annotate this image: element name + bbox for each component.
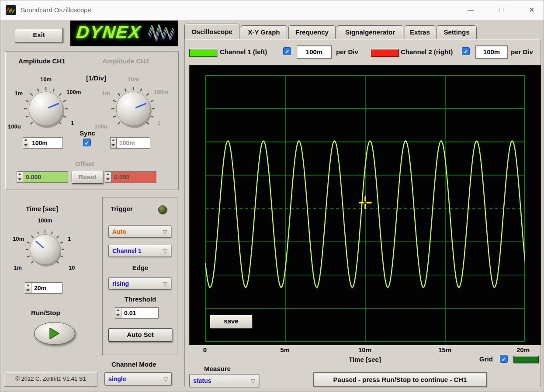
threshold-value[interactable]: 0.01 (121, 307, 159, 319)
spinner-up-icon[interactable] (23, 138, 29, 143)
spinner-down-icon[interactable] (111, 143, 116, 148)
amplitude-panel: Amplitude CH1 Amplitude CH2 [1/Div] 10m … (5, 51, 179, 190)
tab-frequency[interactable]: Frequency (288, 25, 336, 39)
measure-dropdown[interactable]: status ▽ (189, 374, 259, 387)
maximize-icon[interactable]: □ (491, 0, 511, 20)
ch2-amplitude-knob[interactable] (111, 86, 156, 132)
titlebar: Soundcard Oszilloscope — □ ✕ (0, 0, 544, 20)
ch1-per-div-field[interactable]: 100m (297, 45, 332, 59)
threshold-spinner[interactable]: 0.01 (115, 307, 159, 319)
trigger-edge-dropdown[interactable]: rising ▽ (108, 278, 171, 290)
chevron-down-icon: ▽ (163, 229, 167, 235)
tab-signalgenerator[interactable]: Signalgenerator (337, 25, 403, 39)
ch1-label: Channel 1 (left) (220, 48, 267, 56)
trigger-panel: Trigger Auto ▽ Channel 1 ▽ Edge rising ▽… (102, 197, 178, 355)
spinner-arrows[interactable] (115, 307, 121, 319)
offset-reset-button[interactable]: Reset (72, 171, 103, 184)
grid-checkbox[interactable]: ✓ (500, 355, 508, 363)
check-icon: ✓ (464, 49, 468, 55)
chevron-down-icon: ▽ (251, 378, 255, 384)
ch1-enable-checkbox[interactable]: ✓ (283, 47, 291, 55)
knob-scale-label: 10m (128, 76, 139, 83)
x-tick-label: 15m (438, 346, 451, 354)
ch1-per-div-label: per Div (336, 48, 358, 56)
amplitude-ch2-title: Amplitude CH2 (102, 57, 149, 65)
ch1-color-swatch (189, 49, 217, 57)
ch2-label: Channel 2 (right) (401, 48, 453, 56)
spinner-up-icon[interactable] (25, 283, 31, 288)
spinner-arrows[interactable] (17, 171, 23, 183)
run-stop-label: Run/Stop (31, 309, 60, 316)
chevron-down-icon: ▽ (163, 248, 167, 254)
spinner-down-icon[interactable] (23, 143, 29, 148)
spinner-arrows[interactable] (23, 137, 29, 149)
ch2-enable-checkbox[interactable]: ✓ (462, 47, 470, 55)
knob-scale-label: 100m (38, 217, 52, 224)
run-stop-button[interactable] (34, 322, 75, 345)
spinner-arrows[interactable] (25, 282, 31, 294)
ch2-per-div-label: per Div (511, 48, 533, 56)
grid-label: Grid (479, 355, 493, 363)
time-value[interactable]: 20m (31, 282, 62, 294)
channel-mode-value: single (108, 375, 126, 382)
trigger-led (158, 205, 167, 214)
trigger-source-dropdown[interactable]: Channel 1 ▽ (108, 245, 171, 257)
minimize-icon[interactable]: — (461, 0, 481, 20)
auto-set-button[interactable]: Auto Set (108, 328, 172, 342)
knob-scale-label: 10m (4, 236, 24, 242)
oscilloscope-display: save (189, 65, 541, 345)
check-icon: ✓ (285, 49, 290, 55)
exit-button[interactable]: Exit (15, 28, 63, 42)
ch2-offset-spinner[interactable]: 0.000 (105, 171, 156, 183)
check-icon: ✓ (85, 140, 90, 146)
ch1-offset-value[interactable]: 0.000 (23, 171, 68, 183)
spinner-arrows[interactable] (105, 171, 111, 183)
tab-oscilloscope[interactable]: Oscilloscope (184, 24, 239, 39)
ch1-amplitude-knob[interactable] (23, 86, 69, 132)
sync-label: Sync (80, 129, 95, 137)
ch2-offset-value[interactable]: 0.000 (111, 171, 156, 183)
ch1-amplitude-value[interactable]: 100m (29, 137, 63, 149)
ch2-amplitude-spinner[interactable]: 100m (110, 137, 150, 149)
spinner-down-icon[interactable] (105, 177, 111, 182)
channel-mode-dropdown[interactable]: single ▽ (104, 372, 172, 385)
spinner-down-icon[interactable] (17, 177, 23, 182)
spinner-up-icon[interactable] (115, 308, 121, 313)
offset-label: Offset (75, 160, 94, 167)
ch1-amplitude-spinner[interactable]: 100m (23, 137, 63, 149)
x-tick-label: 5m (280, 346, 290, 354)
sync-checkbox[interactable]: ✓ (83, 139, 91, 146)
spinner-arrows[interactable] (110, 137, 116, 149)
amplitude-ch1-title: Amplitude CH1 (18, 57, 66, 65)
knob-scale-label: 1 (68, 236, 71, 242)
ch1-offset-spinner[interactable]: 0.000 (17, 171, 68, 183)
spinner-down-icon[interactable] (25, 288, 31, 293)
time-spinner[interactable]: 20m (25, 282, 62, 294)
ch2-amplitude-value[interactable]: 100m (116, 137, 150, 149)
threshold-label: Threshold (125, 295, 156, 303)
chevron-down-icon: ▽ (163, 281, 167, 287)
tab-extras[interactable]: Extras (405, 25, 435, 39)
dynex-logo: DYNEX (70, 21, 178, 46)
x-tick-label: 20m (516, 346, 530, 354)
spinner-down-icon[interactable] (115, 313, 121, 318)
knob-scale-label: 1 (71, 120, 74, 126)
grid-color-swatch (513, 356, 539, 363)
ch2-per-div-field[interactable]: 100m (475, 45, 508, 59)
knob-scale-label: 1m (14, 264, 22, 271)
spinner-up-icon[interactable] (17, 172, 23, 177)
trigger-mode-dropdown[interactable]: Auto ▽ (108, 225, 171, 238)
save-button[interactable]: save (210, 315, 253, 329)
status-message: Paused - press Run/Stop to continue - CH… (313, 372, 487, 387)
tab-xy-graph[interactable]: X-Y Graph (241, 25, 287, 39)
tab-settings[interactable]: Settings (437, 25, 477, 39)
time-knob[interactable] (25, 229, 65, 270)
x-axis-label: Time [sec] (349, 356, 381, 363)
x-tick-label: 0 (203, 346, 207, 354)
oscilloscope-plot[interactable] (205, 75, 525, 342)
x-tick-label: 10m (358, 346, 371, 354)
spinner-up-icon[interactable] (105, 172, 111, 177)
knob-scale-label: 10m (40, 76, 52, 83)
close-icon[interactable]: ✕ (522, 0, 542, 20)
spinner-up-icon[interactable] (111, 138, 116, 143)
